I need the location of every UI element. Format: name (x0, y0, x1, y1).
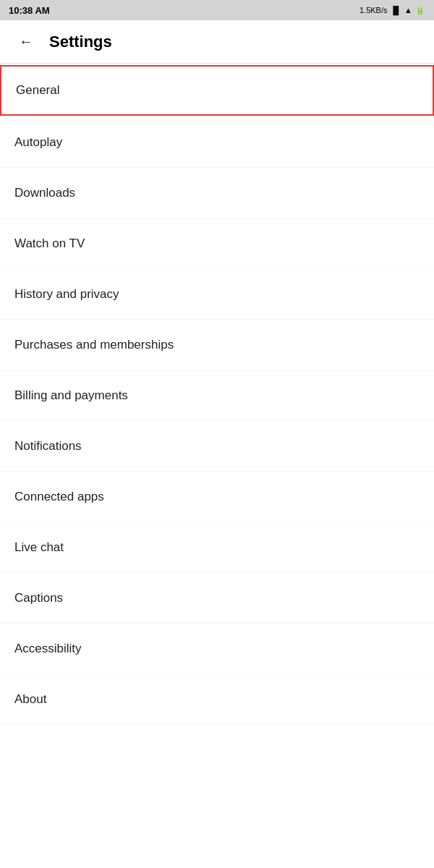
status-time: 10:38 AM (9, 5, 50, 16)
settings-item-label-watch-on-tv: Watch on TV (14, 237, 85, 251)
settings-item-notifications[interactable]: Notifications (0, 421, 434, 472)
settings-item-captions[interactable]: Captions (0, 573, 434, 624)
status-right: 1.5KB/s ▐▌ ▲ 🔋 (359, 6, 425, 15)
settings-item-autoplay[interactable]: Autoplay (0, 117, 434, 168)
settings-item-downloads[interactable]: Downloads (0, 168, 434, 218)
settings-item-label-live-chat: Live chat (14, 540, 64, 555)
wifi-icon: ▲ (404, 6, 412, 14)
settings-item-label-general: General (16, 83, 59, 98)
settings-item-label-billing-and-payments: Billing and payments (14, 388, 128, 403)
settings-item-label-accessibility: Accessibility (14, 642, 82, 656)
app-bar: ← Settings (0, 20, 434, 64)
settings-item-label-connected-apps: Connected apps (14, 490, 104, 504)
signal-icon: ▐▌ (391, 6, 402, 14)
network-speed: 1.5KB/s (359, 6, 388, 14)
back-button[interactable]: ← (12, 27, 41, 56)
settings-item-general[interactable]: General (0, 65, 434, 116)
settings-item-label-purchases-and-memberships: Purchases and memberships (14, 338, 174, 352)
settings-item-label-downloads: Downloads (14, 186, 75, 200)
settings-item-connected-apps[interactable]: Connected apps (0, 472, 434, 522)
page-title: Settings (49, 33, 112, 51)
settings-item-history-and-privacy[interactable]: History and privacy (0, 269, 434, 320)
status-bar: 10:38 AM 1.5KB/s ▐▌ ▲ 🔋 (0, 0, 434, 20)
settings-item-about[interactable]: About (0, 674, 434, 725)
settings-list: GeneralAutoplayDownloadsWatch on TVHisto… (0, 65, 434, 725)
settings-item-live-chat[interactable]: Live chat (0, 522, 434, 573)
settings-item-label-captions: Captions (14, 591, 63, 605)
settings-item-purchases-and-memberships[interactable]: Purchases and memberships (0, 320, 434, 370)
settings-item-label-history-and-privacy: History and privacy (14, 287, 119, 302)
settings-item-label-about: About (14, 692, 46, 707)
settings-item-watch-on-tv[interactable]: Watch on TV (0, 218, 434, 269)
settings-item-accessibility[interactable]: Accessibility (0, 624, 434, 674)
settings-item-label-notifications: Notifications (14, 439, 82, 454)
back-arrow-icon: ← (19, 33, 33, 50)
settings-item-billing-and-payments[interactable]: Billing and payments (0, 370, 434, 421)
settings-item-label-autoplay: Autoplay (14, 135, 62, 150)
battery-icon: 🔋 (415, 6, 425, 15)
